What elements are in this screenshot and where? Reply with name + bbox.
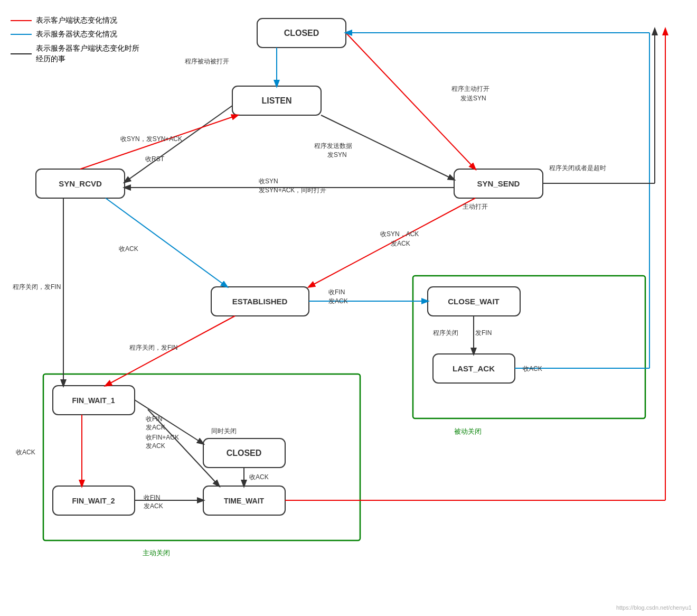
label-rst: 收RST bbox=[145, 155, 164, 164]
label-active-close: 主动关闭 bbox=[143, 548, 170, 558]
svg-text:FIN_WAIT_1: FIN_WAIT_1 bbox=[72, 396, 115, 405]
label-active-open2: 主动打开 bbox=[463, 202, 488, 211]
label-simul-close: 同时关闭 bbox=[211, 427, 237, 436]
label-syn-ack-recv: 收SYN，ACK bbox=[380, 230, 419, 239]
svg-text:SYN_SEND: SYN_SEND bbox=[477, 179, 520, 188]
label-send-fin-cw: 发FIN bbox=[475, 329, 492, 338]
svg-line-25 bbox=[125, 106, 232, 182]
diagram-svg: CLOSED LISTEN SYN_RCVD SYN_SEND ESTABLIS… bbox=[0, 0, 697, 616]
label-closed-ack: 收ACK bbox=[249, 473, 269, 482]
label-syn-rcvd-fin: 程序关闭，发FIN bbox=[13, 283, 61, 292]
svg-line-26 bbox=[106, 198, 227, 287]
label-send-ack: 发ACK bbox=[391, 239, 410, 248]
label-send-syn2: 发SYN bbox=[327, 151, 347, 160]
label-fin-ack2: 发ACK bbox=[146, 442, 165, 451]
svg-text:LAST_ACK: LAST_ACK bbox=[453, 364, 495, 373]
label-prog-send-data: 程序发送数据 bbox=[314, 142, 352, 151]
label-fin1-ack: 收ACK bbox=[16, 448, 35, 457]
label-fin2-ack: 发ACK bbox=[144, 502, 163, 511]
label-prog-close-fin: 程序关闭 bbox=[433, 329, 458, 338]
label-fin-ack-finwait: 收FIN+ACK bbox=[146, 433, 179, 442]
svg-text:SYN_RCVD: SYN_RCVD bbox=[59, 179, 102, 188]
label-last-ack-recv: 收ACK bbox=[523, 365, 542, 374]
label-passive-open: 程序被动被打开 bbox=[185, 57, 229, 66]
svg-text:CLOSE_WAIT: CLOSE_WAIT bbox=[448, 297, 500, 306]
label-send-ack2: 发ACK bbox=[328, 297, 348, 306]
label-fin2-fin: 收FIN bbox=[144, 493, 160, 502]
label-active-open: 程序主动打开 bbox=[451, 85, 489, 94]
label-passive-close: 被动关闭 bbox=[454, 427, 482, 436]
svg-text:CLOSED: CLOSED bbox=[284, 29, 319, 38]
label-send-syn: 发送SYN bbox=[460, 94, 486, 103]
label-estab-fin: 程序关闭，发FIN bbox=[129, 343, 177, 352]
label-close-timeout: 程序关闭或者是超时 bbox=[549, 164, 606, 173]
label-syn-simultaneous: 收SYN bbox=[259, 177, 278, 186]
svg-text:TIME_WAIT: TIME_WAIT bbox=[224, 497, 265, 505]
label-fin-ack-recv: 收FIN bbox=[328, 288, 345, 297]
svg-text:LISTEN: LISTEN bbox=[262, 96, 292, 105]
svg-text:CLOSED: CLOSED bbox=[227, 449, 262, 458]
label-fin1-fin: 收FIN bbox=[146, 415, 162, 424]
label-syn-ack-simul: 发SYN+ACK，同时打开 bbox=[259, 186, 326, 195]
watermark: https://blog.csdn.net/chenyu1 bbox=[616, 604, 692, 611]
svg-text:FIN_WAIT_2: FIN_WAIT_2 bbox=[72, 497, 115, 505]
svg-text:ESTABLISHED: ESTABLISHED bbox=[232, 297, 288, 306]
label-syn-rcvd-from-listen: 收SYN，发SYN+ACK bbox=[120, 135, 182, 144]
diagram-container: 表示客户端状态变化情况 表示服务器状态变化情况 表示服务器客户端状态变化时所经历… bbox=[0, 0, 697, 616]
label-rcvd-ack: 收ACK bbox=[119, 245, 138, 254]
svg-line-29 bbox=[346, 33, 475, 169]
label-fin1-ack2: 发ACK bbox=[146, 423, 165, 432]
